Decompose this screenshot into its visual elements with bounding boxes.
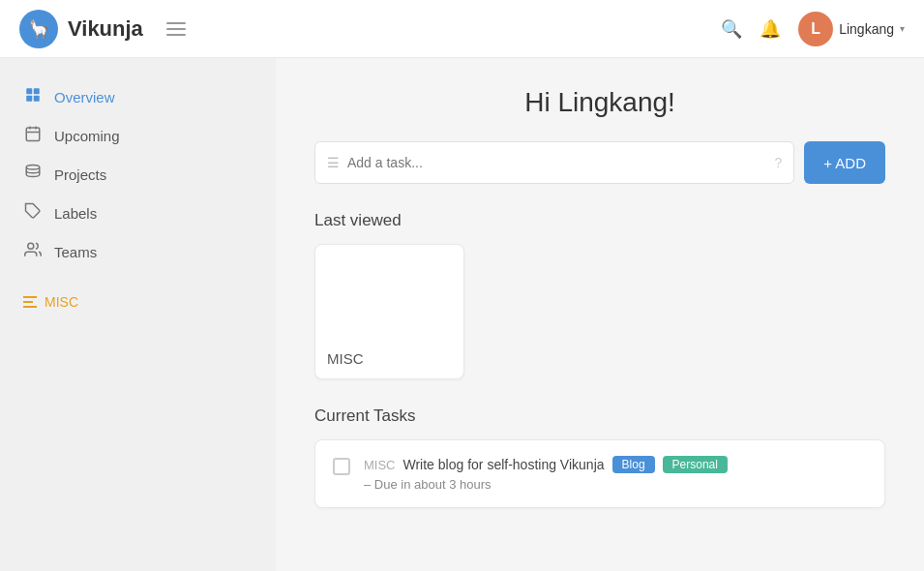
hamburger-line-3 — [166, 34, 186, 36]
current-tasks-list: MISC Write blog for self-hosting Vikunja… — [314, 439, 885, 508]
logo-text: Vikunja — [68, 16, 143, 42]
last-viewed-grid: MISC — [314, 244, 885, 379]
hamburger-menu[interactable] — [159, 15, 194, 44]
notification-icon[interactable]: 🔔 — [760, 18, 781, 40]
task-input-wrapper: ☰ ? — [314, 141, 794, 184]
sidebar-item-teams[interactable]: Teams — [0, 232, 276, 271]
svg-rect-1 — [34, 88, 40, 94]
task-list-icon: ☰ — [327, 155, 340, 170]
sidebar-item-labels[interactable]: Labels — [0, 194, 276, 232]
teams-icon — [23, 241, 43, 262]
sidebar-overview-label: Overview — [54, 89, 115, 105]
avatar: L — [798, 12, 833, 46]
table-row: MISC Write blog for self-hosting Vikunja… — [314, 439, 885, 508]
task-badge-blog: Blog — [612, 456, 655, 473]
sidebar: Overview Upcoming Projects Labels Teams — [0, 58, 276, 571]
svg-point-10 — [28, 243, 34, 249]
current-tasks-title: Current Tasks — [314, 406, 885, 426]
main-content: Hi Lingkang! ☰ ? + ADD Last viewed MISC … — [276, 58, 924, 571]
last-viewed-title: Last viewed — [314, 211, 885, 230]
upcoming-icon — [23, 125, 43, 146]
task-due: – Due in about 3 hours — [364, 477, 867, 492]
section-lines-icon — [23, 296, 37, 308]
hamburger-line-1 — [166, 22, 186, 24]
svg-rect-0 — [26, 88, 32, 94]
task-input-help-icon[interactable]: ? — [774, 155, 782, 170]
project-card-misc-name: MISC — [327, 350, 452, 367]
user-menu[interactable]: L Lingkang ▾ — [798, 12, 905, 46]
task-checkbox[interactable] — [333, 458, 350, 475]
app-header: 🦙 Vikunja 🔍 🔔 L Lingkang ▾ — [0, 0, 924, 58]
logo-icon: 🦙 — [19, 10, 58, 48]
search-icon[interactable]: 🔍 — [721, 18, 742, 40]
task-input[interactable] — [347, 155, 766, 170]
user-name: Lingkang — [839, 21, 894, 37]
sidebar-section-misc[interactable]: MISC — [0, 286, 276, 317]
hamburger-line-2 — [166, 28, 186, 30]
sidebar-item-upcoming[interactable]: Upcoming — [0, 116, 276, 155]
task-content: MISC Write blog for self-hosting Vikunja… — [364, 456, 867, 492]
sidebar-projects-label: Projects — [54, 166, 106, 183]
main-layout: Overview Upcoming Projects Labels Teams — [0, 58, 924, 571]
header-left: 🦙 Vikunja — [19, 10, 194, 48]
task-input-row: ☰ ? + ADD — [314, 141, 885, 184]
logo[interactable]: 🦙 Vikunja — [19, 10, 143, 48]
sidebar-item-overview[interactable]: Overview — [0, 77, 276, 116]
sidebar-upcoming-label: Upcoming — [54, 128, 120, 144]
sidebar-item-projects[interactable]: Projects — [0, 155, 276, 194]
svg-rect-4 — [26, 128, 40, 141]
projects-icon — [23, 164, 43, 185]
sidebar-teams-label: Teams — [54, 244, 97, 260]
task-badge-personal: Personal — [663, 456, 728, 473]
overview-icon — [23, 86, 43, 107]
task-title-row: MISC Write blog for self-hosting Vikunja… — [364, 456, 867, 473]
svg-rect-3 — [34, 96, 40, 102]
svg-point-8 — [26, 165, 40, 170]
labels-icon — [23, 202, 43, 224]
project-card-misc[interactable]: MISC — [314, 244, 464, 379]
add-task-button[interactable]: + ADD — [804, 141, 885, 184]
svg-rect-2 — [26, 96, 32, 102]
chevron-down-icon: ▾ — [900, 23, 905, 34]
sidebar-section-misc-label: MISC — [45, 294, 78, 310]
task-title: Write blog for self-hosting Vikunja — [403, 457, 605, 472]
sidebar-labels-label: Labels — [54, 205, 97, 222]
task-project-tag: MISC — [364, 458, 396, 472]
page-title: Hi Lingkang! — [314, 87, 885, 118]
header-right: 🔍 🔔 L Lingkang ▾ — [721, 12, 905, 46]
